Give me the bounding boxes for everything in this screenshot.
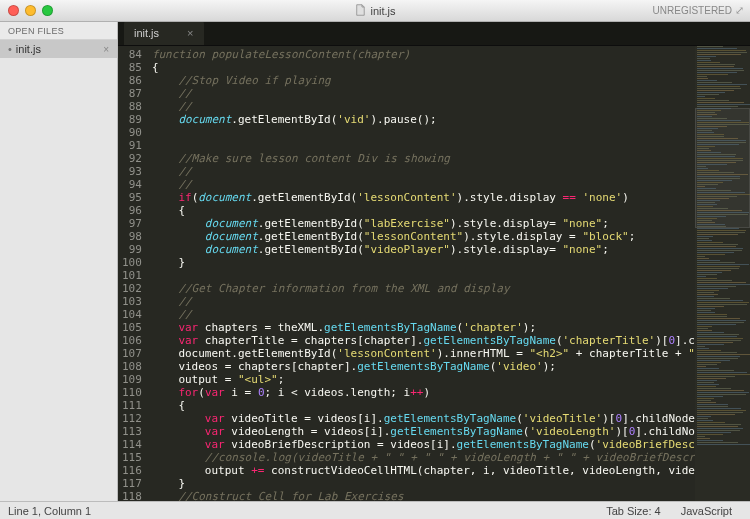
registration-status: UNREGISTERED ⤢ [653, 4, 750, 17]
tab-size[interactable]: Tab Size: 4 [596, 505, 670, 517]
window-title: init.js [354, 4, 395, 18]
expand-icon[interactable]: ⤢ [735, 4, 744, 17]
minimap[interactable] [695, 46, 750, 501]
tab-bar: init.js × [118, 22, 750, 46]
close-tab-icon[interactable]: × [187, 27, 193, 39]
zoom-window-button[interactable] [42, 5, 53, 16]
sidebar: OPEN FILES • init.js × [0, 22, 118, 501]
minimize-window-button[interactable] [25, 5, 36, 16]
bullet-icon: • [8, 43, 12, 55]
status-bar: Line 1, Column 1 Tab Size: 4 JavaScript [0, 501, 750, 519]
tab-label: init.js [134, 27, 159, 39]
cursor-position[interactable]: Line 1, Column 1 [8, 505, 91, 517]
window-titlebar: init.js UNREGISTERED ⤢ [0, 0, 750, 22]
sidebar-item-label: init.js [16, 43, 41, 55]
window-title-text: init.js [370, 5, 395, 17]
traffic-lights [0, 5, 53, 16]
tab-file[interactable]: init.js × [124, 22, 204, 45]
syntax-mode[interactable]: JavaScript [671, 505, 742, 517]
code-content[interactable]: function populateLessonContent(chapter){… [148, 46, 695, 501]
open-files-header: OPEN FILES [0, 22, 117, 40]
code-area[interactable]: 8485868788899091929394959697989910010110… [118, 46, 750, 501]
line-gutter: 8485868788899091929394959697989910010110… [118, 46, 148, 501]
close-file-icon[interactable]: × [103, 44, 109, 55]
close-window-button[interactable] [8, 5, 19, 16]
document-icon [354, 4, 366, 18]
sidebar-item-file[interactable]: • init.js × [0, 40, 117, 58]
editor-panel: init.js × 848586878889909192939495969798… [118, 22, 750, 501]
